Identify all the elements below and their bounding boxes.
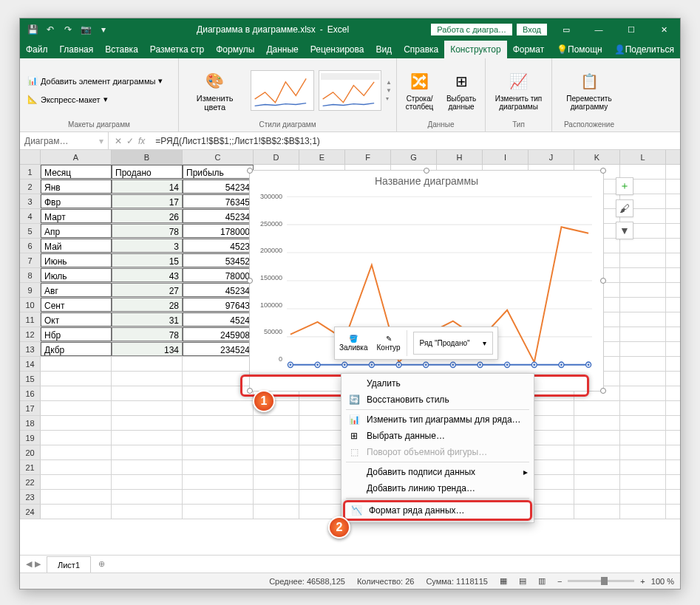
cell[interactable] bbox=[574, 445, 620, 459]
row-header-3[interactable]: 3 bbox=[20, 194, 41, 208]
col-header-A[interactable]: A bbox=[41, 150, 112, 164]
cell[interactable]: 45234 bbox=[183, 283, 254, 297]
cell[interactable]: 78 bbox=[112, 224, 183, 238]
cell[interactable] bbox=[41, 372, 112, 386]
cell[interactable] bbox=[620, 490, 666, 504]
cell[interactable] bbox=[112, 505, 183, 519]
cell[interactable] bbox=[112, 490, 183, 504]
cell[interactable] bbox=[620, 312, 666, 327]
col-header-L[interactable]: L bbox=[620, 150, 666, 164]
cell[interactable] bbox=[183, 431, 254, 445]
cell[interactable] bbox=[112, 445, 183, 459]
ctx-add-labels[interactable]: Добавить подписи данных▸ bbox=[343, 464, 532, 480]
view-normal-icon[interactable]: ▦ bbox=[500, 576, 507, 586]
cell[interactable] bbox=[529, 505, 574, 519]
cell[interactable]: 4523 bbox=[183, 239, 254, 253]
login-button[interactable]: Вход bbox=[517, 24, 547, 35]
row-header-8[interactable]: 8 bbox=[20, 268, 41, 282]
new-sheet-button[interactable]: ⊕ bbox=[91, 559, 112, 569]
cell[interactable] bbox=[620, 416, 666, 430]
cell[interactable]: Авг bbox=[41, 283, 112, 297]
row-header-11[interactable]: 11 bbox=[20, 312, 41, 327]
row-header-6[interactable]: 6 bbox=[20, 239, 41, 253]
cell[interactable] bbox=[299, 475, 345, 489]
cell[interactable] bbox=[254, 416, 299, 430]
col-header-F[interactable]: F bbox=[345, 150, 391, 164]
chart-style-1[interactable] bbox=[251, 70, 313, 111]
share-button[interactable]: 👤 Поделиться bbox=[608, 41, 680, 58]
cell[interactable] bbox=[299, 460, 345, 474]
change-chart-type-button[interactable]: 📈 Изменить тип диаграммы bbox=[490, 68, 547, 112]
sheet-tab-1[interactable]: Лист1 bbox=[47, 556, 91, 572]
cell[interactable] bbox=[112, 386, 183, 400]
cell[interactable]: 17 bbox=[112, 194, 183, 208]
cell[interactable] bbox=[183, 505, 254, 519]
close-button[interactable]: ✕ bbox=[648, 18, 680, 41]
cell[interactable] bbox=[183, 416, 254, 430]
chart-style-2[interactable] bbox=[319, 70, 381, 111]
cell[interactable] bbox=[41, 490, 112, 504]
row-header-15[interactable]: 15 bbox=[20, 372, 41, 386]
cell[interactable] bbox=[574, 475, 620, 489]
cell[interactable] bbox=[620, 431, 666, 445]
cell[interactable] bbox=[183, 357, 254, 371]
cell[interactable]: 76345 bbox=[183, 194, 254, 208]
sheet-nav-prev[interactable]: ◀ bbox=[26, 559, 32, 569]
row-header-17[interactable]: 17 bbox=[20, 401, 41, 415]
cell[interactable]: 31 bbox=[112, 312, 183, 327]
chart-title[interactable]: Название диаграммы bbox=[250, 171, 603, 191]
cell[interactable] bbox=[574, 505, 620, 519]
cell[interactable]: Прибыль bbox=[183, 165, 254, 179]
cell[interactable]: Май bbox=[41, 239, 112, 253]
cell[interactable] bbox=[620, 460, 666, 474]
cell[interactable]: Месяц bbox=[41, 165, 112, 179]
mini-outline-button[interactable]: ✎Контур bbox=[373, 327, 405, 359]
cell[interactable] bbox=[299, 416, 345, 430]
select-data-button[interactable]: ⊞ Выбрать данные bbox=[442, 68, 480, 112]
mini-fill-button[interactable]: 🪣Заливка bbox=[335, 327, 373, 359]
move-chart-button[interactable]: 📋 Переместить диаграмму bbox=[557, 68, 622, 112]
row-header-21[interactable]: 21 bbox=[20, 460, 41, 474]
cell[interactable]: 43 bbox=[112, 268, 183, 282]
cell[interactable] bbox=[574, 460, 620, 474]
cell[interactable] bbox=[620, 505, 666, 519]
cell[interactable] bbox=[620, 372, 666, 386]
cell[interactable]: Продано bbox=[112, 165, 183, 179]
col-header-D[interactable]: D bbox=[254, 150, 299, 164]
ctx-trendline[interactable]: Добавить линию тренда… bbox=[343, 480, 532, 496]
cell[interactable] bbox=[183, 490, 254, 504]
fx-icon[interactable]: fx bbox=[138, 136, 145, 146]
tab-formulas[interactable]: Формулы bbox=[210, 41, 260, 58]
tab-review[interactable]: Рецензирова bbox=[305, 41, 370, 58]
cell[interactable] bbox=[112, 357, 183, 371]
cell[interactable] bbox=[254, 475, 299, 489]
chart-elements-button[interactable]: ＋ bbox=[616, 177, 633, 195]
tab-help[interactable]: Справка bbox=[398, 41, 444, 58]
tab-insert[interactable]: Вставка bbox=[99, 41, 144, 58]
cell[interactable]: Апр bbox=[41, 224, 112, 238]
cell[interactable] bbox=[112, 416, 183, 430]
undo-icon[interactable]: ↶ bbox=[45, 24, 55, 35]
cell[interactable] bbox=[299, 445, 345, 459]
cell[interactable]: 26 bbox=[112, 209, 183, 223]
change-colors-button[interactable]: 🎨 Изменить цвета bbox=[183, 67, 246, 113]
cell[interactable] bbox=[620, 327, 666, 341]
col-header-B[interactable]: B bbox=[112, 150, 183, 164]
confirm-fx-icon[interactable]: ✓ bbox=[126, 136, 134, 146]
cell[interactable] bbox=[112, 401, 183, 415]
camera-icon[interactable]: 📷 bbox=[81, 24, 91, 35]
qat-more-icon[interactable]: ▾ bbox=[98, 24, 109, 35]
col-header-G[interactable]: G bbox=[391, 150, 437, 164]
row-header-1[interactable]: 1 bbox=[20, 165, 41, 179]
row-header-18[interactable]: 18 bbox=[20, 416, 41, 430]
cell[interactable] bbox=[299, 401, 345, 415]
zoom-control[interactable]: − + 100 % bbox=[557, 577, 674, 586]
cell[interactable] bbox=[41, 357, 112, 371]
view-page-break-icon[interactable]: ▥ bbox=[538, 576, 546, 586]
cell[interactable] bbox=[112, 372, 183, 386]
maximize-button[interactable]: ☐ bbox=[615, 18, 648, 41]
cell[interactable]: 15 bbox=[112, 253, 183, 267]
cell[interactable]: Нбр bbox=[41, 327, 112, 341]
add-chart-element-button[interactable]: 📊 Добавить элемент диаграммы ▾ bbox=[24, 75, 166, 87]
cell[interactable]: 78 bbox=[112, 327, 183, 341]
